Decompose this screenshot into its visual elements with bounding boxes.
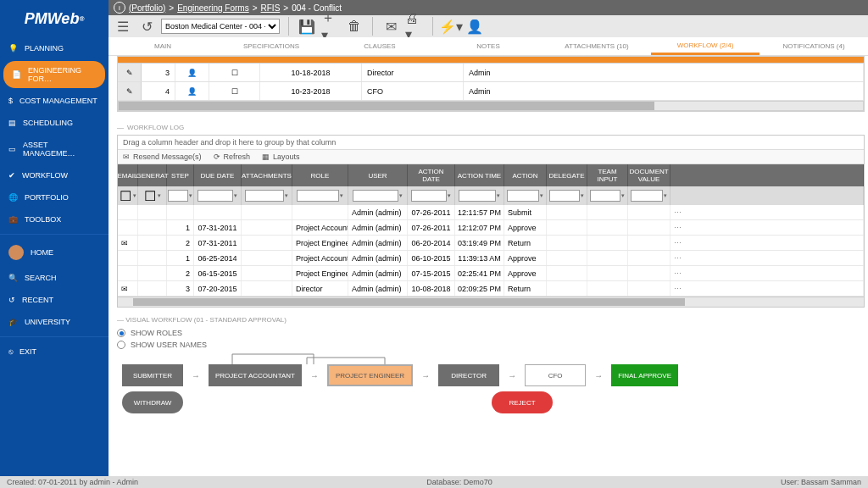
column-header[interactable]: ACTION TIME — [455, 164, 504, 186]
flow-node-final-approve[interactable]: FINAL APPROVE — [611, 364, 678, 386]
horizontal-scrollbar[interactable] — [118, 101, 864, 111]
filter-funnel-icon[interactable]: ▾ — [540, 192, 543, 199]
column-filter-input[interactable] — [168, 190, 187, 202]
history-icon[interactable]: ↺ — [137, 17, 156, 36]
refresh-button[interactable]: ⟳Refresh — [214, 152, 251, 161]
column-filter-input[interactable] — [353, 190, 398, 202]
column-filter-input[interactable] — [590, 190, 620, 202]
column-header[interactable]: USER — [348, 164, 408, 186]
flow-node-project-engineer[interactable]: PROJECT ENGINEER — [327, 364, 413, 386]
column-filter-input[interactable] — [507, 190, 539, 202]
checkbox-unchecked-icon[interactable]: ☐ — [231, 69, 238, 77]
breadcrumb-portfolio[interactable]: (Portfolio) — [129, 3, 165, 13]
sidebar-item-workflow[interactable]: ✔WORKFLOW — [0, 164, 108, 186]
edit-row-button[interactable]: ✎ — [118, 82, 142, 100]
filter-funnel-icon[interactable]: ▾ — [497, 192, 500, 199]
column-header[interactable]: DOCUMENT VALUE — [628, 164, 670, 186]
flow-node-cfo[interactable]: CFO — [525, 364, 586, 386]
column-header[interactable]: DUE DATE — [194, 164, 242, 186]
edit-row-button[interactable]: ✎ — [118, 64, 142, 81]
project-select[interactable]: Boston Medical Center - 004 - Confl — [161, 19, 280, 34]
sidebar-item-asset[interactable]: ▭ASSET MANAGEME… — [0, 134, 108, 164]
column-header[interactable]: EMAIL — [118, 164, 138, 186]
flow-node-project-accountant[interactable]: PROJECT ACCOUNTANT — [209, 364, 302, 386]
sidebar-item-portfolio[interactable]: 🌐PORTFOLIO — [0, 186, 108, 208]
filter-funnel-icon[interactable]: ▾ — [664, 192, 667, 199]
filter-funnel-icon[interactable]: ▾ — [621, 192, 625, 199]
column-header[interactable]: ACTION DATE — [408, 164, 455, 186]
table-row[interactable]: 206-15-2015Project EngineerAdmin (admin)… — [118, 266, 864, 281]
sidebar-item-recent[interactable]: ↺RECENT — [0, 289, 108, 311]
filter-funnel-icon[interactable]: ▾ — [340, 192, 343, 199]
add-icon[interactable]: ＋▾ — [321, 17, 340, 36]
tab-workflow[interactable]: WORKFLOW (2/4) — [651, 37, 760, 55]
tab-notifications[interactable]: NOTIFICATIONS (4) — [760, 37, 868, 55]
table-row[interactable]: ✉207-31-2011Project EngineerAdmin (admin… — [118, 236, 864, 251]
delete-icon[interactable]: 🗑 — [345, 17, 364, 36]
checkbox-icon[interactable]: ☐ — [144, 188, 156, 204]
sidebar-item-home[interactable]: HOME — [0, 238, 108, 267]
column-filter-input[interactable] — [631, 190, 663, 202]
tab-notes[interactable]: NOTES — [434, 37, 542, 55]
user-icon[interactable]: 👤 — [465, 17, 484, 36]
column-header[interactable]: GENERAT — [138, 164, 167, 186]
breadcrumb-l2[interactable]: RFIS — [261, 3, 281, 13]
sidebar-item-university[interactable]: 🎓UNIVERSITY — [0, 311, 108, 333]
sidebar-item-planning[interactable]: 💡PLANNING — [0, 37, 108, 59]
sidebar-item-search[interactable]: 🔍SEARCH — [0, 267, 108, 289]
checkbox-unchecked-icon[interactable]: ☐ — [231, 87, 238, 96]
filter-funnel-icon[interactable]: ▾ — [448, 192, 451, 199]
column-header[interactable]: DELEGATE — [547, 164, 587, 186]
list-icon[interactable]: ☰ — [114, 17, 132, 36]
column-filter-input[interactable] — [297, 190, 339, 202]
mail-icon[interactable]: ✉ — [381, 17, 400, 36]
table-row[interactable]: Admin (admin)07-26-201112:11:57 PMSubmit… — [118, 205, 864, 220]
filter-funnel-icon[interactable]: ▾ — [581, 192, 584, 199]
info-icon[interactable]: i — [114, 2, 125, 14]
table-row[interactable]: 107-31-2011Project AccountaAdmin (admin)… — [118, 220, 864, 236]
column-filter-input[interactable] — [245, 190, 284, 202]
bolt-icon[interactable]: ⚡▾ — [442, 17, 460, 36]
table-row[interactable]: 106-25-2014Project AccountaAdmin (admin)… — [118, 251, 864, 266]
tab-main[interactable]: MAIN — [108, 37, 217, 55]
group-drop-area[interactable]: Drag a column header and drop it here to… — [118, 136, 864, 150]
sidebar-item-cost[interactable]: $COST MANAGEMENT — [0, 90, 108, 112]
flow-node-submitter[interactable]: SUBMITTER — [122, 364, 183, 386]
column-header[interactable]: ACTION — [504, 164, 547, 186]
withdraw-button[interactable]: WITHDRAW — [122, 391, 183, 413]
column-filter-input[interactable] — [198, 190, 233, 202]
flow-node-director[interactable]: DIRECTOR — [438, 364, 499, 386]
checkbox-icon[interactable]: ☐ — [120, 188, 131, 204]
filter-funnel-icon[interactable]: ▾ — [133, 192, 136, 199]
print-icon[interactable]: 🖨▾ — [405, 17, 424, 36]
filter-funnel-icon[interactable]: ▾ — [234, 192, 237, 199]
layouts-button[interactable]: ▦Layouts — [262, 152, 300, 161]
resend-button[interactable]: ✉Resend Message(s) — [123, 152, 202, 161]
column-header[interactable]: STEP — [167, 164, 194, 186]
tab-specifications[interactable]: SPECIFICATIONS — [217, 37, 326, 55]
column-filter-input[interactable] — [459, 190, 496, 202]
sidebar-item-scheduling[interactable]: ▤SCHEDULING — [0, 112, 108, 134]
breadcrumb-l1[interactable]: Engineering Forms — [177, 3, 248, 13]
column-header[interactable]: ROLE — [292, 164, 348, 186]
table-row[interactable]: ✉307-20-2015DirectorAdmin (admin)10-08-2… — [118, 281, 864, 297]
horizontal-scrollbar[interactable] — [118, 297, 864, 307]
sidebar-item-toolbox[interactable]: 💼TOOLBOX — [0, 208, 108, 230]
tab-clauses[interactable]: CLAUSES — [326, 37, 434, 55]
save-icon[interactable]: 💾 — [298, 17, 316, 36]
filter-funnel-icon[interactable]: ▾ — [158, 192, 161, 199]
column-header[interactable]: ATTACHMENTS — [242, 164, 292, 186]
filter-funnel-icon[interactable]: ▾ — [285, 192, 288, 199]
sidebar-item-exit[interactable]: ⎋EXIT — [0, 341, 108, 363]
filter-funnel-icon[interactable]: ▾ — [189, 192, 192, 199]
radio-show-roles[interactable]: SHOW ROLES — [117, 329, 865, 337]
radio-show-user-names[interactable]: SHOW USER NAMES — [117, 341, 865, 349]
column-header[interactable]: TEAM INPUT — [587, 164, 628, 186]
breadcrumb: i (Portfolio) > Engineering Forms > RFIS… — [108, 0, 868, 15]
reject-button[interactable]: REJECT — [492, 391, 553, 413]
column-filter-input[interactable] — [549, 190, 580, 202]
column-filter-input[interactable] — [411, 190, 447, 202]
sidebar-item-engineering[interactable]: 📄ENGINEERING FOR… — [3, 61, 105, 88]
tab-attachments[interactable]: ATTACHMENTS (10) — [542, 37, 651, 55]
filter-funnel-icon[interactable]: ▾ — [399, 192, 403, 199]
